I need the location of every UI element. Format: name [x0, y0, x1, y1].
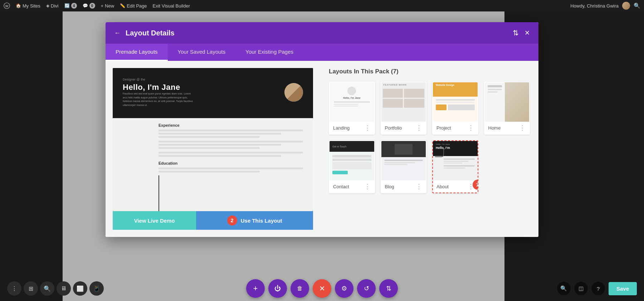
- layout-footer-blog: Blog ⋮: [381, 180, 426, 193]
- layout-card-project[interactable]: Website Design: [432, 82, 478, 135]
- preview-exp-title: Experience: [158, 123, 303, 127]
- toolbar-add-button[interactable]: +: [246, 279, 265, 298]
- updates-link[interactable]: 🔄 4: [64, 3, 77, 9]
- preview-edu-line-2: [158, 171, 260, 173]
- toolbar-layers-button[interactable]: ◫: [574, 282, 588, 295]
- comments-link[interactable]: 💬 0: [83, 3, 95, 9]
- use-this-layout-button[interactable]: 2 Use This Layout: [196, 211, 313, 230]
- admin-bar: W 🏠 My Sites ◈ Divi 🔄 4 💬 0 + New ✏️ Edi…: [0, 0, 644, 11]
- toolbar-mobile-button[interactable]: 📱: [89, 281, 104, 296]
- layout-name-landing: Landing: [333, 125, 350, 131]
- preview-content-line-3: [158, 136, 260, 138]
- toolbar-grid-button[interactable]: ⊞: [24, 281, 38, 296]
- toolbar-help-button[interactable]: ?: [591, 282, 605, 295]
- toolbar-options-button[interactable]: ⋮: [7, 281, 21, 296]
- layout-menu-portfolio[interactable]: ⋮: [416, 125, 422, 131]
- preview-content-line-6: [158, 147, 260, 149]
- layout-name-portfolio: Portfolio: [385, 125, 402, 131]
- layout-footer-about: About ⋮: [433, 180, 478, 193]
- modal-body: Designer @ the Hello, I'm Jane Faucibus …: [106, 61, 538, 237]
- view-live-demo-button[interactable]: View Live Demo: [113, 211, 196, 230]
- layout-card-about[interactable]: Hello, I'm Jane Hello, I'm: [432, 140, 478, 193]
- wp-logo[interactable]: W: [4, 3, 10, 9]
- divi-link[interactable]: ◈ Divi: [46, 3, 59, 9]
- user-avatar[interactable]: [622, 2, 630, 10]
- search-icon[interactable]: 🔍: [634, 3, 640, 9]
- layout-card-home[interactable]: Home ⋮: [484, 82, 530, 135]
- svg-text:W: W: [5, 4, 9, 8]
- toolbar-search-right-button[interactable]: 🔍: [557, 282, 571, 295]
- toolbar-left: ⋮ ⊞ 🔍 🖥 ⬜ 📱: [7, 281, 104, 296]
- layout-thumb-landing: Hello, I'm Jane: [330, 82, 374, 122]
- save-button[interactable]: Save: [609, 282, 637, 295]
- toolbar-tablet-button[interactable]: ⬜: [73, 281, 87, 296]
- preview-hero: Designer @ the Hello, I'm Jane Faucibus …: [113, 68, 313, 118]
- tab-saved-layouts[interactable]: Your Saved Layouts: [168, 44, 236, 61]
- preview-content-line-5: [158, 144, 281, 146]
- layout-menu-home[interactable]: ⋮: [519, 125, 526, 131]
- exit-builder-link[interactable]: Exit Visual Builder: [153, 3, 190, 9]
- toolbar-desktop-button[interactable]: 🖥: [57, 281, 71, 296]
- preview-panel: Designer @ the Hello, I'm Jane Faucibus …: [106, 61, 320, 237]
- preview-hero-small: Designer @ the: [123, 78, 277, 81]
- layout-card-blog[interactable]: Blog ⋮: [381, 140, 427, 193]
- tab-premade-layouts[interactable]: Premade Layouts: [106, 44, 168, 61]
- preview-curve-decoration: [116, 175, 159, 211]
- toolbar-layout-button[interactable]: ⇅: [379, 279, 398, 298]
- layout-menu-landing[interactable]: ⋮: [364, 125, 371, 131]
- layout-thumb-contact: Get in Touch: [330, 141, 374, 180]
- preview-content-line-8: [158, 155, 281, 157]
- toolbar-close-button[interactable]: ✕: [313, 279, 331, 298]
- layouts-section-title: Layouts In This Pack (7): [329, 68, 530, 75]
- toolbar-trash-button[interactable]: 🗑: [291, 279, 309, 298]
- layout-thumb-home: [485, 82, 530, 122]
- layout-thumb-project: Website Design: [433, 82, 478, 122]
- layout-card-contact[interactable]: Get in Touch Contact: [329, 140, 375, 193]
- adjust-icon[interactable]: ⇅: [513, 29, 519, 37]
- new-link[interactable]: + New: [101, 3, 114, 9]
- back-icon[interactable]: ←: [114, 29, 121, 37]
- layout-card-portfolio[interactable]: Featured Work Portfolio: [381, 82, 427, 135]
- preview-content: Experience Education: [113, 118, 313, 211]
- preview-content-line-2: [158, 133, 281, 135]
- preview-edu-line-1: [158, 168, 303, 169]
- layout-name-about: About: [436, 184, 449, 189]
- close-icon[interactable]: ✕: [525, 29, 530, 37]
- preview-avatar: [284, 83, 303, 102]
- modal-header-left: ← Layout Details: [114, 29, 175, 37]
- layout-thumb-portfolio: Featured Work: [381, 82, 426, 122]
- layout-menu-project[interactable]: ⋮: [468, 125, 474, 131]
- toolbar-history-button[interactable]: ↺: [357, 279, 376, 298]
- admin-bar-right: Howdy, Christina Gwira 🔍: [570, 2, 640, 10]
- layout-name-blog: Blog: [385, 184, 394, 189]
- layout-footer-landing: Landing ⋮: [330, 122, 374, 134]
- toolbar-power-button[interactable]: ⏻: [268, 279, 287, 298]
- layout-menu-blog[interactable]: ⋮: [416, 183, 422, 190]
- layouts-panel: Layouts In This Pack (7) Hello, I'm Jane: [320, 61, 538, 237]
- toolbar-search-button[interactable]: 🔍: [40, 281, 54, 296]
- toolbar-settings-button[interactable]: ⚙: [335, 279, 353, 298]
- layout-card-landing[interactable]: Hello, I'm Jane Landing ⋮: [329, 82, 375, 135]
- tab-existing-pages[interactable]: Your Existing Pages: [235, 44, 303, 61]
- preview-content-line-1: [158, 130, 303, 131]
- layout-footer-home: Home ⋮: [485, 122, 530, 134]
- preview-hero-text: Designer @ the Hello, I'm Jane Faucibus …: [123, 78, 277, 107]
- my-sites-link[interactable]: 🏠 My Sites: [16, 3, 40, 9]
- layout-menu-contact[interactable]: ⋮: [364, 183, 371, 190]
- preview-edu-title: Education: [158, 161, 303, 165]
- edit-page-link[interactable]: ✏️ Edit Page: [120, 3, 147, 9]
- layout-name-contact: Contact: [333, 184, 349, 189]
- layout-name-home: Home: [488, 125, 501, 131]
- layout-thumb-blog: [381, 141, 426, 180]
- layout-name-project: Project: [436, 125, 451, 131]
- preview-content-line-4: [158, 141, 303, 142]
- preview-buttons: View Live Demo 2 Use This Layout: [113, 211, 313, 230]
- page-background: ← Layout Details ⇅ ✕ Premade Layouts You…: [0, 11, 644, 301]
- toolbar-right: 🔍 ◫ ? Save: [557, 282, 637, 295]
- layout-details-modal: ← Layout Details ⇅ ✕ Premade Layouts You…: [106, 22, 538, 237]
- modal-header: ← Layout Details ⇅ ✕: [106, 22, 538, 44]
- layout-footer-contact: Contact ⋮: [330, 180, 374, 193]
- modal-overlay: ← Layout Details ⇅ ✕ Premade Layouts You…: [0, 11, 644, 301]
- use-layout-badge: 2: [227, 215, 237, 225]
- layout-footer-project: Project ⋮: [433, 122, 478, 134]
